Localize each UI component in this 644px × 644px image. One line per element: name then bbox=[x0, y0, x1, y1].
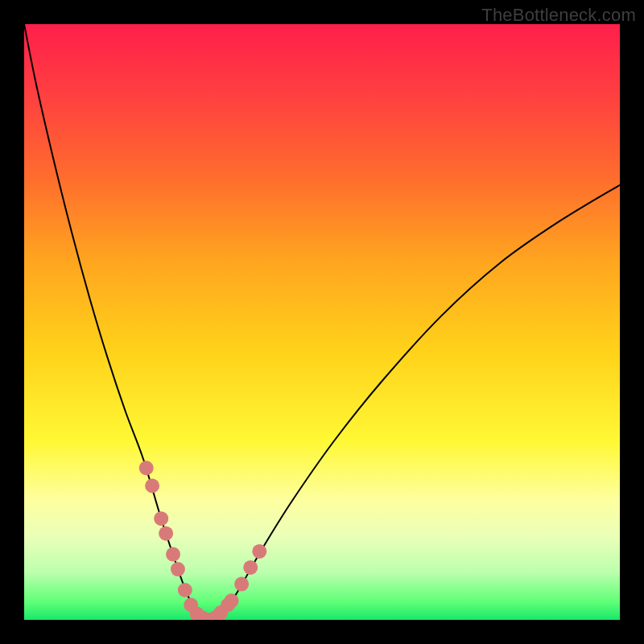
marker-dot bbox=[171, 562, 185, 576]
marker-dot bbox=[166, 547, 180, 562]
plot-area bbox=[24, 24, 620, 620]
marker-dot bbox=[225, 593, 239, 608]
marker-dot bbox=[252, 544, 266, 559]
marker-dot bbox=[139, 460, 154, 475]
marker-dot bbox=[243, 560, 258, 575]
chart-frame: TheBottleneck.com bbox=[0, 0, 644, 644]
marker-dot bbox=[159, 526, 173, 541]
curve-layer bbox=[24, 24, 620, 620]
marker-dot bbox=[178, 583, 192, 597]
bottleneck-curve bbox=[24, 24, 620, 620]
marker-dot bbox=[234, 577, 249, 592]
marker-dots bbox=[139, 460, 267, 620]
watermark-text: TheBottleneck.com bbox=[481, 5, 636, 26]
marker-dot bbox=[154, 511, 168, 526]
marker-dot bbox=[145, 479, 159, 493]
